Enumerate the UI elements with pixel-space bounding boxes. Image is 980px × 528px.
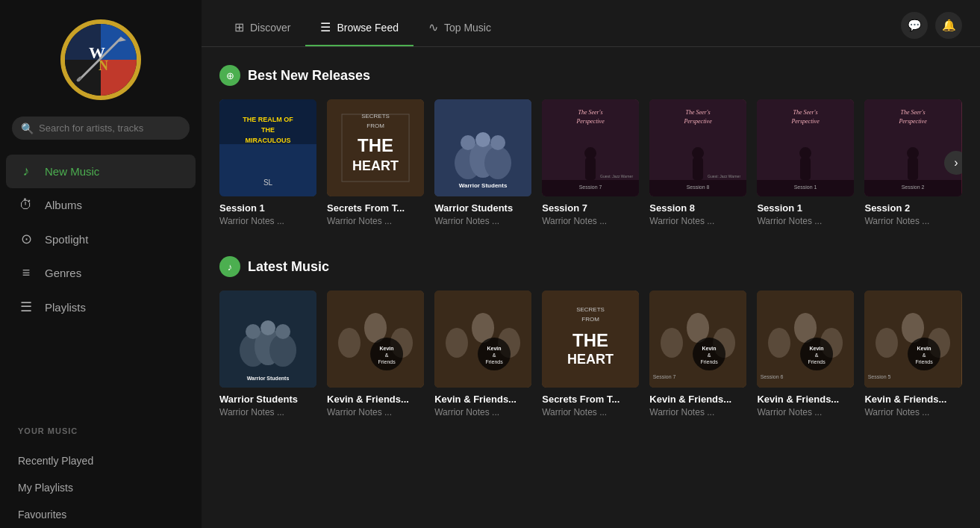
latest-music-cards: Warrior Students Warrior Students Warrio… (219, 291, 962, 417)
card-session1-realm[interactable]: THE REALM OF THE MIRACULOUS SL Session 1… (219, 99, 316, 226)
svg-text:Guest: Jazz Warner: Guest: Jazz Warner (600, 174, 633, 178)
card-session7[interactable]: The Seer's Perspective Session 7 Guest: … (542, 99, 639, 226)
top-music-icon: ∿ (428, 20, 438, 34)
svg-point-53 (908, 147, 920, 159)
search-input[interactable] (12, 117, 190, 140)
latest-music-icon: ♪ (219, 256, 240, 277)
card-latest-kevin2[interactable]: Kevin & Friends Kevin & Friends... Warri… (434, 291, 531, 417)
svg-point-63 (275, 324, 290, 339)
card-image: Warrior Students (219, 291, 316, 388)
card-subtitle: Warrior Notes ... (864, 216, 961, 226)
search-area: 🔍 (0, 117, 202, 155)
top-actions: 💬 🔔 (901, 12, 962, 46)
card-latest-kevin1[interactable]: Kevin & Friends Kevin & Friends... Warri… (327, 291, 424, 417)
svg-text:Kevin: Kevin (917, 346, 931, 351)
card-title: Secrets From T... (542, 394, 639, 405)
tab-discover-label: Discover (250, 22, 290, 34)
svg-text:Session 5: Session 5 (868, 374, 891, 379)
svg-text:&: & (385, 352, 389, 358)
svg-text:&: & (493, 352, 496, 358)
card-subtitle: Warrior Notes ... (542, 216, 639, 226)
svg-point-67 (338, 328, 361, 358)
svg-text:MIRACULOUS: MIRACULOUS (246, 137, 291, 144)
card-image: SECRETS FROM THE HEART (327, 99, 424, 196)
bell-icon: 🔔 (942, 19, 956, 32)
svg-text:Session 6: Session 6 (761, 374, 784, 379)
best-new-releases-title: Best New Releases (248, 68, 370, 84)
tab-browse-feed-label: Browse Feed (337, 22, 398, 34)
card-session8[interactable]: The Seer's Perspective Session 8 Guest: … (649, 99, 746, 226)
albums-icon: ⏱ (18, 197, 34, 213)
card-latest-kevin3[interactable]: Kevin & Friends Session 7 Kevin & Friend… (649, 291, 746, 417)
sidebar-item-new-music[interactable]: ♪ New Music (6, 155, 196, 188)
svg-text:HEART: HEART (567, 352, 614, 367)
svg-point-61 (246, 324, 260, 339)
spotlight-icon: ⊙ (18, 231, 34, 247)
card-title: Session 1 (757, 202, 854, 214)
svg-text:Session 8: Session 8 (687, 184, 710, 190)
card-image: The Seer's Perspective Session 8 Guest: … (649, 99, 746, 196)
svg-text:SECRETS: SECRETS (361, 113, 390, 119)
svg-text:&: & (708, 352, 711, 358)
svg-text:Warrior Students: Warrior Students (459, 182, 508, 189)
card-latest-kevin4[interactable]: Kevin & Friends Session 6 Kevin & Friend… (757, 291, 854, 417)
sidebar-item-playlists[interactable]: ☰ Playlists (6, 290, 196, 324)
card-image: The Seer's Perspective Session 1 (757, 99, 854, 196)
svg-point-97 (768, 328, 790, 358)
my-playlists-item[interactable]: My Playlists (6, 474, 196, 501)
sidebar-item-genres[interactable]: ≡ Genres (6, 256, 196, 290)
svg-text:Friends: Friends (486, 359, 504, 364)
tab-top-music[interactable]: ∿ Top Music (413, 13, 506, 46)
best-new-releases-cards: THE REALM OF THE MIRACULOUS SL Session 1… (219, 99, 962, 226)
your-music-label: YOUR MUSIC (18, 426, 184, 435)
svg-point-23 (461, 135, 475, 150)
tab-discover[interactable]: ⊞ Discover (219, 13, 305, 46)
best-new-releases-next-button[interactable]: › (944, 151, 962, 175)
svg-text:Guest: Jazz Warner: Guest: Jazz Warner (708, 174, 740, 178)
card-subtitle: Warrior Notes ... (219, 216, 316, 226)
svg-text:Session 2: Session 2 (902, 184, 925, 190)
latest-music-title: Latest Music (248, 259, 329, 275)
sidebar-item-label: Playlists (45, 301, 86, 314)
card-title: Warrior Students (219, 394, 316, 405)
svg-point-75 (446, 328, 468, 358)
tab-browse-feed[interactable]: ☰ Browse Feed (305, 13, 413, 46)
playlists-icon: ☰ (18, 299, 34, 315)
favourites-item[interactable]: Favourites (6, 501, 196, 528)
card-image: Kevin & Friends (434, 291, 531, 388)
card-latest-kevin5[interactable]: Kevin & Friends Session 5 Kevin & Friend… (864, 291, 961, 417)
card-subtitle: Warrior Notes ... (649, 407, 746, 417)
svg-rect-47 (800, 158, 811, 180)
content-scroll[interactable]: ⊕ Best New Releases THE REALM OF THE MIR… (202, 47, 980, 528)
card-subtitle: Warrior Notes ... (327, 216, 424, 226)
notifications-button[interactable]: 🔔 (935, 12, 962, 39)
app-logo: W N (56, 15, 146, 105)
recently-played-item[interactable]: Recently Played (6, 447, 196, 474)
sidebar: W N 🔍 ♪ New Music ⏱ Albums ⊙ Spotlight (0, 0, 202, 528)
card-image: The Seer's Perspective Session 7 Guest: … (542, 99, 639, 196)
card-image: Kevin & Friends (327, 291, 424, 388)
card-title: Kevin & Friends... (757, 394, 854, 405)
svg-text:The Seer's: The Seer's (686, 109, 711, 116)
card-title: Kevin & Friends... (649, 394, 746, 405)
main-content: ⊞ Discover ☰ Browse Feed ∿ Top Music 💬 🔔 (202, 0, 980, 528)
card-latest-secrets[interactable]: SECRETS FROM THE HEART Secrets From T...… (542, 291, 639, 417)
card-latest-warrior[interactable]: Warrior Students Warrior Students Warrio… (219, 291, 316, 417)
svg-rect-39 (693, 158, 703, 180)
svg-text:Session 7: Session 7 (653, 374, 676, 379)
card-warrior-students[interactable]: Warrior Students Warrior Students Warrio… (434, 99, 531, 226)
card-seer-session1[interactable]: The Seer's Perspective Session 1 Session… (757, 99, 854, 226)
messages-button[interactable]: 💬 (901, 12, 928, 39)
sidebar-item-albums[interactable]: ⏱ Albums (6, 188, 196, 222)
sidebar-item-spotlight[interactable]: ⊙ Spotlight (6, 222, 196, 256)
card-title: Kevin & Friends... (327, 394, 424, 405)
svg-text:Perspective: Perspective (791, 118, 820, 125)
card-secrets-heart[interactable]: SECRETS FROM THE HEART Secrets From T...… (327, 99, 424, 226)
discover-icon: ⊞ (234, 20, 244, 34)
sidebar-item-label: Spotlight (45, 233, 88, 246)
svg-text:&: & (923, 352, 926, 358)
best-new-releases-icon: ⊕ (219, 65, 240, 86)
card-subtitle: Warrior Notes ... (542, 407, 639, 417)
svg-point-88 (661, 328, 683, 358)
svg-text:The Seer's: The Seer's (901, 109, 926, 116)
